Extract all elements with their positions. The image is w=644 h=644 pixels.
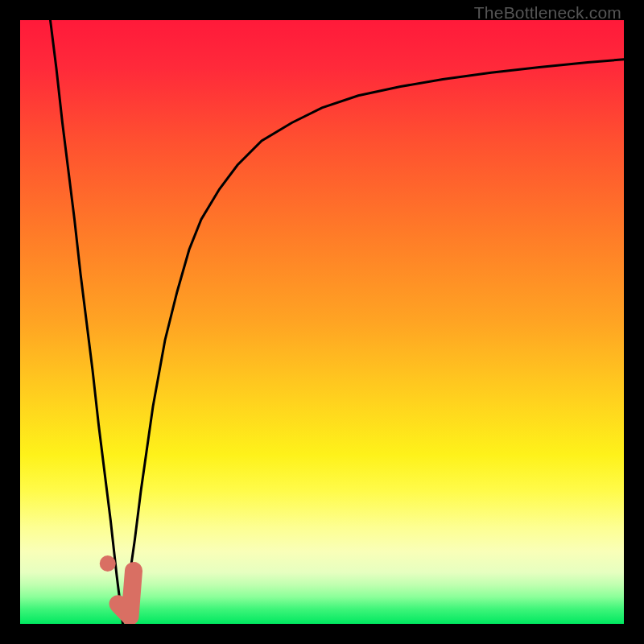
outer-frame: TheBottleneck.com: [0, 0, 644, 644]
watermark-text: TheBottleneck.com: [474, 3, 621, 23]
marker-dot: [100, 555, 116, 572]
marker-hook: [118, 571, 134, 617]
curve-layer: [20, 20, 624, 624]
left-branch-curve: [51, 20, 123, 624]
plot-area: [20, 20, 624, 624]
right-branch-curve: [123, 60, 625, 624]
